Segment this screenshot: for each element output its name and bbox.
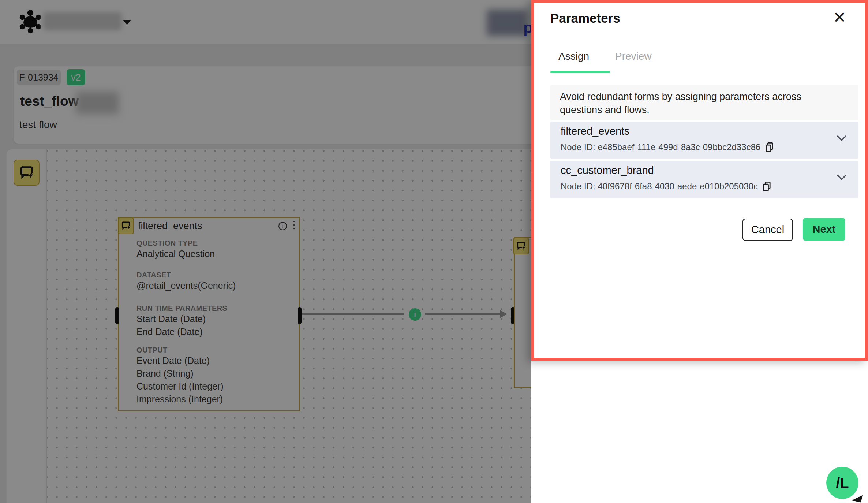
chat-launcher-label: /L	[836, 475, 849, 491]
chevron-down-icon[interactable]	[836, 135, 847, 142]
screen: p F-013934 v2 test_flow test flow	[0, 0, 868, 503]
chevron-down-icon[interactable]	[836, 174, 847, 181]
copy-icon[interactable]	[765, 142, 774, 152]
close-icon[interactable]: ✕	[833, 9, 846, 26]
active-tab-indicator	[550, 71, 610, 73]
node-id-text: Node ID: 40f9678f-6fa8-4030-aede-e010b20…	[561, 181, 758, 191]
cancel-button[interactable]: Cancel	[742, 219, 793, 241]
info-banner: Avoid redundant forms by assigning param…	[550, 85, 858, 120]
parameters-panel: Parameters ✕ Assign Preview Avoid redund…	[531, 0, 868, 361]
parameter-item-cc-customer-brand[interactable]: cc_customer_brand Node ID: 40f9678f-6fa8…	[550, 161, 858, 198]
chat-launcher-button[interactable]: /L	[826, 467, 858, 499]
tab-preview[interactable]: Preview	[615, 51, 652, 62]
node-id-text: Node ID: e485baef-111e-499d-8a3c-09bbc2d…	[561, 142, 760, 152]
parameter-item-filtered-events[interactable]: filtered_events Node ID: e485baef-111e-4…	[550, 122, 858, 159]
next-button[interactable]: Next	[803, 218, 845, 241]
copy-icon[interactable]	[762, 181, 772, 191]
modal-dim-overlay[interactable]	[0, 0, 531, 503]
info-banner-text: Avoid redundant forms by assigning param…	[560, 90, 812, 116]
parameter-name: filtered_events	[561, 125, 630, 137]
parameter-name: cc_customer_brand	[561, 164, 654, 176]
tab-assign[interactable]: Assign	[558, 51, 589, 62]
panel-title: Parameters	[550, 11, 620, 26]
